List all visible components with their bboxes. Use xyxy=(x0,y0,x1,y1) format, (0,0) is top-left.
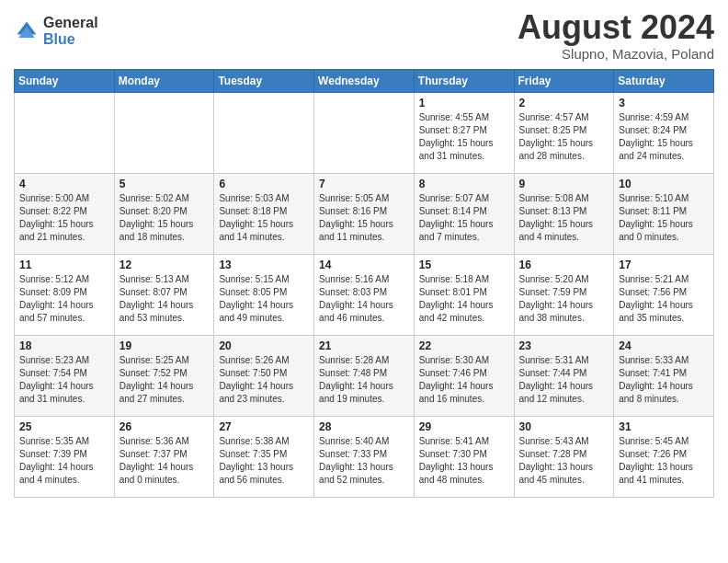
calendar-cell: 9Sunrise: 5:08 AMSunset: 8:13 PMDaylight… xyxy=(514,173,614,254)
cell-date-number: 22 xyxy=(419,339,509,352)
cell-date-number: 2 xyxy=(519,97,609,109)
logo-icon xyxy=(14,18,40,44)
calendar-cell: 6Sunrise: 5:03 AMSunset: 8:18 PMDaylight… xyxy=(214,173,314,254)
calendar-cell xyxy=(214,92,314,173)
cell-info-text: Sunrise: 5:30 AMSunset: 7:46 PMDaylight:… xyxy=(419,354,509,406)
cell-date-number: 29 xyxy=(419,420,509,433)
cell-date-number: 19 xyxy=(119,339,210,352)
cell-info-text: Sunrise: 5:20 AMSunset: 7:59 PMDaylight:… xyxy=(519,273,609,325)
header-monday: Monday xyxy=(114,69,214,92)
cell-info-text: Sunrise: 5:03 AMSunset: 8:18 PMDaylight:… xyxy=(219,192,309,244)
calendar-cell: 5Sunrise: 5:02 AMSunset: 8:20 PMDaylight… xyxy=(114,173,214,254)
cell-info-text: Sunrise: 5:00 AMSunset: 8:22 PMDaylight:… xyxy=(19,192,109,244)
cell-date-number: 12 xyxy=(119,259,210,271)
logo: General Blue xyxy=(14,15,98,47)
cell-date-number: 28 xyxy=(319,420,409,433)
cell-date-number: 8 xyxy=(419,178,509,190)
cell-info-text: Sunrise: 5:41 AMSunset: 7:30 PMDaylight:… xyxy=(419,435,509,487)
calendar-cell: 23Sunrise: 5:31 AMSunset: 7:44 PMDayligh… xyxy=(514,335,614,416)
calendar-cell: 8Sunrise: 5:07 AMSunset: 8:14 PMDaylight… xyxy=(414,173,514,254)
calendar-cell: 30Sunrise: 5:43 AMSunset: 7:28 PMDayligh… xyxy=(514,416,614,497)
cell-date-number: 16 xyxy=(519,259,609,271)
calendar-cell: 2Sunrise: 4:57 AMSunset: 8:25 PMDaylight… xyxy=(514,92,614,173)
cell-info-text: Sunrise: 5:21 AMSunset: 7:56 PMDaylight:… xyxy=(619,273,709,325)
cell-info-text: Sunrise: 5:40 AMSunset: 7:33 PMDaylight:… xyxy=(319,435,409,487)
cell-date-number: 15 xyxy=(419,259,509,271)
logo-blue-text: Blue xyxy=(43,31,98,48)
cell-date-number: 26 xyxy=(119,420,210,433)
cell-date-number: 4 xyxy=(19,178,109,190)
cell-info-text: Sunrise: 5:38 AMSunset: 7:35 PMDaylight:… xyxy=(219,435,309,487)
cell-date-number: 13 xyxy=(219,259,309,271)
calendar-cell: 28Sunrise: 5:40 AMSunset: 7:33 PMDayligh… xyxy=(314,416,415,497)
calendar-cell: 11Sunrise: 5:12 AMSunset: 8:09 PMDayligh… xyxy=(15,254,115,335)
calendar-week-row-2: 11Sunrise: 5:12 AMSunset: 8:09 PMDayligh… xyxy=(15,254,714,335)
cell-date-number: 24 xyxy=(619,339,709,352)
calendar-cell: 4Sunrise: 5:00 AMSunset: 8:22 PMDaylight… xyxy=(15,173,115,254)
calendar-cell xyxy=(114,92,214,173)
cell-date-number: 20 xyxy=(219,339,309,352)
cell-info-text: Sunrise: 5:12 AMSunset: 8:09 PMDaylight:… xyxy=(19,273,109,325)
calendar-cell: 13Sunrise: 5:15 AMSunset: 8:05 PMDayligh… xyxy=(214,254,314,335)
calendar-cell: 3Sunrise: 4:59 AMSunset: 8:24 PMDaylight… xyxy=(614,92,714,173)
cell-info-text: Sunrise: 5:45 AMSunset: 7:26 PMDaylight:… xyxy=(619,435,709,487)
cell-info-text: Sunrise: 5:23 AMSunset: 7:54 PMDaylight:… xyxy=(19,354,109,406)
calendar-week-row-0: 1Sunrise: 4:55 AMSunset: 8:27 PMDaylight… xyxy=(15,92,714,173)
cell-info-text: Sunrise: 5:13 AMSunset: 8:07 PMDaylight:… xyxy=(119,273,210,325)
cell-info-text: Sunrise: 4:55 AMSunset: 8:27 PMDaylight:… xyxy=(419,111,509,163)
calendar-week-row-1: 4Sunrise: 5:00 AMSunset: 8:22 PMDaylight… xyxy=(15,173,714,254)
page: General Blue August 2024 Slupno, Mazovia… xyxy=(0,0,728,563)
calendar-cell: 7Sunrise: 5:05 AMSunset: 8:16 PMDaylight… xyxy=(314,173,415,254)
title-block: August 2024 Slupno, Mazovia, Poland xyxy=(518,9,714,62)
logo-text: General Blue xyxy=(43,15,98,47)
cell-info-text: Sunrise: 5:07 AMSunset: 8:14 PMDaylight:… xyxy=(419,192,509,244)
cell-date-number: 5 xyxy=(119,178,210,190)
cell-date-number: 25 xyxy=(19,420,109,433)
cell-date-number: 23 xyxy=(519,339,609,352)
header-friday: Friday xyxy=(514,69,614,92)
cell-info-text: Sunrise: 5:31 AMSunset: 7:44 PMDaylight:… xyxy=(519,354,609,406)
cell-date-number: 21 xyxy=(319,339,409,352)
cell-date-number: 27 xyxy=(219,420,309,433)
cell-info-text: Sunrise: 5:35 AMSunset: 7:39 PMDaylight:… xyxy=(19,435,109,487)
cell-info-text: Sunrise: 5:25 AMSunset: 7:52 PMDaylight:… xyxy=(119,354,210,406)
header-sunday: Sunday xyxy=(15,69,115,92)
calendar-cell: 25Sunrise: 5:35 AMSunset: 7:39 PMDayligh… xyxy=(15,416,115,497)
month-title: August 2024 xyxy=(518,9,714,46)
calendar-cell: 31Sunrise: 5:45 AMSunset: 7:26 PMDayligh… xyxy=(614,416,714,497)
calendar-cell: 17Sunrise: 5:21 AMSunset: 7:56 PMDayligh… xyxy=(614,254,714,335)
cell-date-number: 3 xyxy=(619,97,709,109)
calendar-cell: 21Sunrise: 5:28 AMSunset: 7:48 PMDayligh… xyxy=(314,335,415,416)
calendar-week-row-4: 25Sunrise: 5:35 AMSunset: 7:39 PMDayligh… xyxy=(15,416,714,497)
cell-info-text: Sunrise: 5:33 AMSunset: 7:41 PMDaylight:… xyxy=(619,354,709,406)
cell-info-text: Sunrise: 5:05 AMSunset: 8:16 PMDaylight:… xyxy=(319,192,409,244)
calendar-cell: 18Sunrise: 5:23 AMSunset: 7:54 PMDayligh… xyxy=(15,335,115,416)
cell-date-number: 9 xyxy=(519,178,609,190)
cell-info-text: Sunrise: 5:15 AMSunset: 8:05 PMDaylight:… xyxy=(219,273,309,325)
cell-info-text: Sunrise: 5:02 AMSunset: 8:20 PMDaylight:… xyxy=(119,192,210,244)
header-saturday: Saturday xyxy=(614,69,714,92)
calendar-cell: 27Sunrise: 5:38 AMSunset: 7:35 PMDayligh… xyxy=(214,416,314,497)
cell-info-text: Sunrise: 5:10 AMSunset: 8:11 PMDaylight:… xyxy=(619,192,709,244)
weekday-header-row: Sunday Monday Tuesday Wednesday Thursday… xyxy=(15,69,714,92)
header-wednesday: Wednesday xyxy=(314,69,415,92)
calendar-cell: 15Sunrise: 5:18 AMSunset: 8:01 PMDayligh… xyxy=(414,254,514,335)
calendar-cell: 24Sunrise: 5:33 AMSunset: 7:41 PMDayligh… xyxy=(614,335,714,416)
calendar-cell: 16Sunrise: 5:20 AMSunset: 7:59 PMDayligh… xyxy=(514,254,614,335)
calendar-cell: 12Sunrise: 5:13 AMSunset: 8:07 PMDayligh… xyxy=(114,254,214,335)
calendar-cell: 14Sunrise: 5:16 AMSunset: 8:03 PMDayligh… xyxy=(314,254,415,335)
calendar-cell: 1Sunrise: 4:55 AMSunset: 8:27 PMDaylight… xyxy=(414,92,514,173)
calendar-cell: 19Sunrise: 5:25 AMSunset: 7:52 PMDayligh… xyxy=(114,335,214,416)
cell-date-number: 7 xyxy=(319,178,409,190)
cell-date-number: 17 xyxy=(619,259,709,271)
header: General Blue August 2024 Slupno, Mazovia… xyxy=(14,9,714,62)
cell-info-text: Sunrise: 5:08 AMSunset: 8:13 PMDaylight:… xyxy=(519,192,609,244)
cell-info-text: Sunrise: 5:36 AMSunset: 7:37 PMDaylight:… xyxy=(119,435,210,487)
cell-date-number: 14 xyxy=(319,259,409,271)
calendar-table: Sunday Monday Tuesday Wednesday Thursday… xyxy=(14,69,714,498)
cell-date-number: 10 xyxy=(619,178,709,190)
cell-date-number: 6 xyxy=(219,178,309,190)
cell-info-text: Sunrise: 5:43 AMSunset: 7:28 PMDaylight:… xyxy=(519,435,609,487)
calendar-cell: 22Sunrise: 5:30 AMSunset: 7:46 PMDayligh… xyxy=(414,335,514,416)
cell-date-number: 11 xyxy=(19,259,109,271)
